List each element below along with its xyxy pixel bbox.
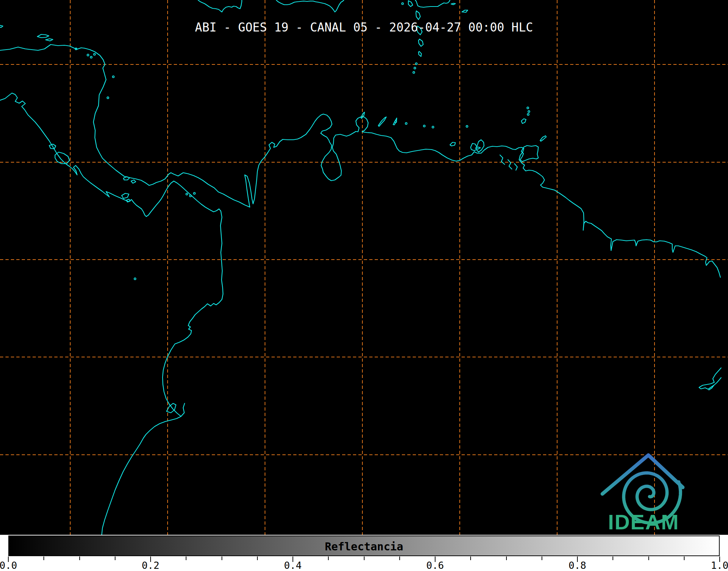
- colorbar-minor-tick: [399, 557, 400, 560]
- colorbar-tick-label: 0.4: [278, 560, 307, 571]
- colorbar-minor-tick: [506, 557, 507, 560]
- colorbar-minor-tick: [186, 557, 186, 560]
- colorbar-minor-tick: [222, 557, 222, 560]
- colorbar-tick-label: 0.6: [421, 560, 450, 571]
- image-title: ABI - GOES 19 - CANAL 05 - 2026-04-27 00…: [0, 20, 728, 34]
- ideam-logo-text: IDEAM: [608, 510, 679, 534]
- colorbar-minor-tick: [364, 557, 365, 560]
- colorbar-tick-label: 1.0: [705, 560, 728, 571]
- colorbar-minor-tick: [257, 557, 258, 560]
- satellite-image-viewer: IDEAM ABI - GOES 19 - CANAL 05 - 2026-04…: [0, 0, 728, 571]
- colorbar-minor-tick: [79, 557, 80, 560]
- colorbar-minor-tick: [115, 557, 115, 560]
- colorbar-minor-tick: [648, 557, 649, 560]
- colorbar-minor-tick: [470, 557, 471, 560]
- colorbar-minor-tick: [328, 557, 329, 560]
- colorbar-minor-tick: [684, 557, 685, 560]
- colorbar-minor-tick: [43, 557, 44, 560]
- colorbar-tick-label: 0.0: [0, 560, 23, 571]
- colorbar-label: Reflectancia: [0, 540, 728, 553]
- colorbar-minor-tick: [613, 557, 613, 560]
- satellite-map: IDEAM: [0, 0, 728, 535]
- colorbar-tick-label: 0.2: [136, 560, 165, 571]
- colorbar-minor-tick: [542, 557, 542, 560]
- colorbar-tick-label: 0.8: [563, 560, 592, 571]
